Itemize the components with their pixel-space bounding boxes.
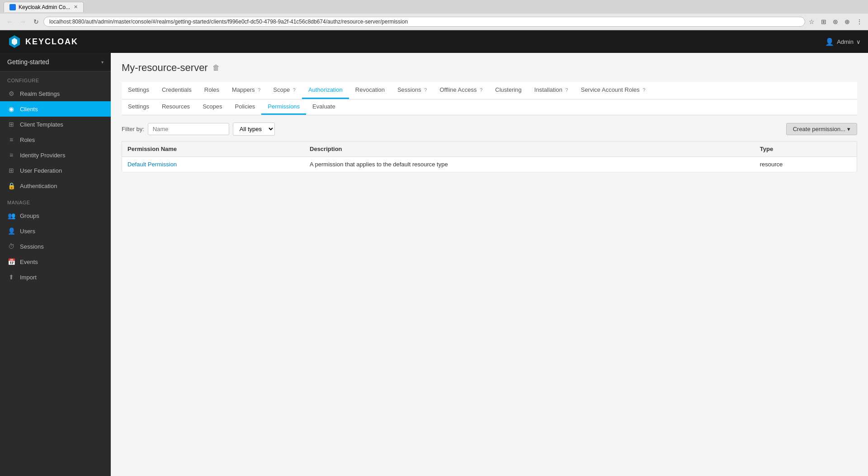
sidebar-item-events[interactable]: 📅 Events [0, 254, 111, 269]
tab-settings[interactable]: Settings [122, 82, 156, 99]
browser-titlebar: Keycloak Admin Co... ✕ [0, 0, 868, 14]
col-permission-name: Permission Name [122, 141, 305, 157]
browser-chrome: Keycloak Admin Co... ✕ ← → ↻ ☆ ⊞ ⊛ ⊕ ⋮ [0, 0, 868, 30]
extension-icon3[interactable]: ⊕ [843, 17, 852, 26]
sidebar: Getting-started ▾ Configure ⚙ Realm Sett… [0, 53, 111, 476]
tab-close-button[interactable]: ✕ [74, 4, 78, 10]
tab-auth-permissions[interactable]: Permissions [261, 99, 306, 115]
service-account-help-icon: ? [642, 87, 645, 93]
sidebar-item-authentication[interactable]: 🔒 Authentication [0, 178, 111, 193]
events-icon: 📅 [7, 258, 15, 265]
page-header: My-resource-server 🗑 [122, 62, 857, 74]
tab-favicon [9, 4, 16, 10]
sidebar-item-label: User Federation [20, 167, 62, 174]
sessions-help-icon: ? [424, 87, 427, 93]
configure-section-title: Configure [0, 71, 111, 86]
tab-sessions[interactable]: Sessions ? [391, 82, 434, 99]
refresh-button[interactable]: ↻ [31, 17, 42, 26]
sidebar-item-label: Identity Providers [20, 152, 65, 159]
offline-help-icon: ? [480, 87, 482, 93]
tab-authorization[interactable]: Authorization [302, 82, 349, 99]
tab-authorization-label: Authorization [308, 86, 343, 93]
primary-tabs: Settings Credentials Roles Mappers ? Sco… [122, 82, 857, 99]
filter-type-select[interactable]: All types resource scope [233, 123, 275, 136]
sidebar-item-client-templates[interactable]: ⊞ Client Templates [0, 117, 111, 132]
roles-icon: ≡ [7, 136, 15, 143]
tab-offline-access-label: Offline Access [439, 86, 476, 93]
sidebar-item-users[interactable]: 👤 Users [0, 223, 111, 239]
tab-auth-settings[interactable]: Settings [122, 99, 156, 115]
sidebar-item-groups[interactable]: 👥 Groups [0, 208, 111, 223]
user-federation-icon: ⊞ [7, 167, 15, 174]
sidebar-item-label: Clients [20, 106, 38, 113]
sessions-icon: ⏱ [7, 243, 15, 250]
tab-sessions-label: Sessions [397, 86, 421, 93]
tab-revocation[interactable]: Revocation [349, 82, 391, 99]
create-permission-button[interactable]: Create permission... ▾ [786, 123, 857, 135]
extension-icon2[interactable]: ⊛ [831, 17, 840, 26]
sidebar-item-user-federation[interactable]: ⊞ User Federation [0, 163, 111, 178]
tab-installation[interactable]: Installation ? [528, 82, 575, 99]
app-container: Getting-started ▾ Configure ⚙ Realm Sett… [0, 53, 868, 476]
back-button[interactable]: ← [4, 17, 15, 26]
forward-button[interactable]: → [17, 17, 29, 26]
sidebar-item-label: Sessions [20, 243, 44, 250]
manage-section-title: Manage [0, 193, 111, 208]
sidebar-item-label: Realm Settings [20, 90, 60, 97]
user-menu[interactable]: 👤 Admin ∨ [825, 38, 861, 46]
type-cell: resource [755, 157, 857, 172]
tab-mappers-label: Mappers [232, 86, 255, 93]
delete-icon[interactable]: 🗑 [212, 64, 220, 72]
user-label: Admin [837, 38, 854, 45]
groups-icon: 👥 [7, 212, 15, 219]
user-dropdown-arrow: ∨ [856, 38, 861, 45]
browser-nav: ← → ↻ ☆ ⊞ ⊛ ⊕ ⋮ [0, 14, 868, 30]
browser-tab[interactable]: Keycloak Admin Co... ✕ [4, 2, 84, 12]
tab-auth-permissions-label: Permissions [268, 103, 300, 110]
tab-revocation-label: Revocation [355, 86, 385, 93]
address-bar[interactable] [43, 17, 805, 27]
tab-auth-scopes[interactable]: Scopes [196, 99, 228, 115]
tab-credentials[interactable]: Credentials [156, 82, 198, 99]
tab-auth-resources[interactable]: Resources [156, 99, 196, 115]
tab-mappers[interactable]: Mappers ? [226, 82, 267, 99]
sidebar-item-sessions[interactable]: ⏱ Sessions [0, 239, 111, 254]
authentication-icon: 🔒 [7, 182, 15, 189]
sidebar-item-label: Roles [20, 137, 35, 143]
sidebar-item-identity-providers[interactable]: ≡ Identity Providers [0, 147, 111, 163]
tab-scope-label: Scope [273, 86, 290, 93]
sidebar-item-import[interactable]: ⬆ Import [0, 269, 111, 285]
realm-name: Getting-started [7, 58, 49, 66]
permission-name-cell: Default Permission [122, 157, 305, 172]
bookmark-icon[interactable]: ☆ [807, 17, 816, 26]
tab-service-account-roles[interactable]: Service Account Roles ? [575, 82, 652, 99]
users-icon: 👤 [7, 227, 15, 235]
realm-settings-icon: ⚙ [7, 90, 15, 97]
filter-name-input[interactable] [148, 123, 229, 135]
realm-selector[interactable]: Getting-started ▾ [0, 53, 111, 71]
tab-auth-evaluate[interactable]: Evaluate [306, 99, 342, 115]
sidebar-item-realm-settings[interactable]: ⚙ Realm Settings [0, 86, 111, 101]
tab-auth-policies[interactable]: Policies [229, 99, 262, 115]
permission-name-link[interactable]: Default Permission [127, 161, 177, 168]
table-header: Permission Name Description Type [122, 141, 857, 157]
keycloak-logo-icon [7, 34, 22, 49]
extension-icon1[interactable]: ⊞ [819, 17, 828, 26]
app-topbar: KEYCLOAK 👤 Admin ∨ [0, 30, 868, 53]
create-permission-label: Create permission... [793, 126, 845, 132]
table-header-row: Permission Name Description Type [122, 141, 857, 157]
tab-clustering[interactable]: Clustering [489, 82, 528, 99]
tab-roles[interactable]: Roles [198, 82, 226, 99]
menu-icon[interactable]: ⋮ [854, 17, 864, 26]
tab-clustering-label: Clustering [495, 86, 522, 93]
identity-providers-icon: ≡ [7, 151, 15, 159]
page-title: My-resource-server [122, 62, 208, 74]
tab-roles-label: Roles [204, 86, 219, 93]
sidebar-item-clients[interactable]: ◉ Clients [0, 101, 111, 117]
tab-auth-scopes-label: Scopes [203, 103, 222, 110]
tab-offline-access[interactable]: Offline Access ? [433, 82, 489, 99]
col-type: Type [755, 141, 857, 157]
filter-label: Filter by: [122, 126, 144, 132]
sidebar-item-roles[interactable]: ≡ Roles [0, 132, 111, 147]
tab-scope[interactable]: Scope ? [267, 82, 302, 99]
